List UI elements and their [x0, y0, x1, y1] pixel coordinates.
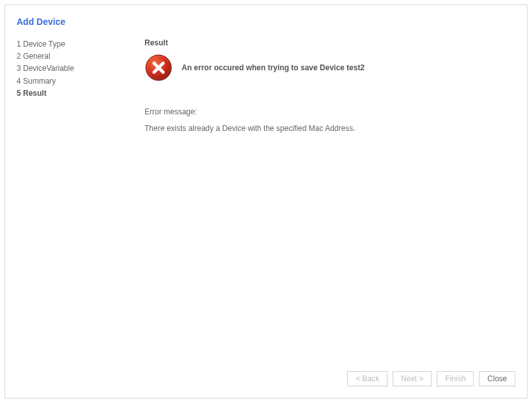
- step-general: 2 General: [17, 50, 145, 63]
- step-summary: 4 Summary: [17, 75, 145, 87]
- step-result: 5 Result: [17, 87, 145, 100]
- wizard-steps: 1 Device Type 2 General 3 DeviceVariable…: [17, 38, 145, 100]
- finish-button[interactable]: Finish: [437, 371, 474, 386]
- step-device-variable: 3 DeviceVariable: [17, 63, 145, 75]
- error-icon: [145, 54, 173, 82]
- step-device-type: 1 Device Type: [17, 38, 145, 50]
- back-button[interactable]: < Back: [347, 371, 387, 386]
- error-heading: An error occured when trying to save Dev…: [182, 63, 364, 72]
- error-message-detail: There exists already a Device with the s…: [145, 124, 515, 133]
- dialog-content: 1 Device Type 2 General 3 DeviceVariable…: [5, 27, 527, 133]
- close-button[interactable]: Close: [479, 371, 515, 386]
- wizard-button-bar: < Back Next > Finish Close: [347, 371, 515, 386]
- error-summary-row: An error occured when trying to save Dev…: [145, 54, 515, 82]
- add-device-dialog: Add Device 1 Device Type 2 General 3 Dev…: [4, 4, 528, 399]
- next-button[interactable]: Next >: [393, 371, 432, 386]
- result-panel: Result: [145, 38, 515, 133]
- dialog-title: Add Device: [5, 5, 527, 27]
- result-section-title: Result: [145, 38, 515, 47]
- error-message-label: Error message:: [145, 107, 515, 116]
